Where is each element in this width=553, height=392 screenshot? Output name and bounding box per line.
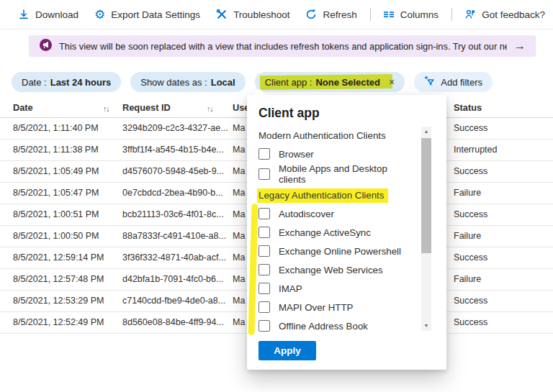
popup-scrollbar[interactable]: ▲ ▼ [421,127,431,331]
troubleshoot-button[interactable]: Troubleshoot [208,0,297,29]
checkbox-label: Exchange ActiveSync [279,227,371,238]
cell-user: Ma [233,269,245,290]
cell-status: Success [454,312,487,333]
checkbox[interactable] [258,227,270,238]
popup-title: Client app [247,95,446,121]
cell-status: Success [454,161,487,182]
tools-icon [216,9,228,20]
checkbox[interactable] [258,283,270,294]
scrollbar-thumb[interactable] [421,138,431,253]
filter-label: Date : [22,77,47,88]
export-data-settings-button[interactable]: ⚙ Export Data Settings [86,0,208,29]
add-filters-button[interactable]: Add filters [414,72,493,92]
cell-user: Ma [233,247,245,268]
checkbox[interactable] [258,301,270,313]
cell-request-id: 0e7cbdcd-2bea-4b90-b... [122,183,223,204]
checkbox[interactable] [258,208,270,219]
gear-icon: ⚙ [94,9,105,21]
cell-date: 8/5/2021, 1:05:47 PM [13,183,99,204]
cell-date: 8/5/2021, 12:53:29 PM [13,291,104,311]
apply-button[interactable]: Apply [258,341,316,360]
checkbox-row-exchange-web-services[interactable]: Exchange Web Services [258,260,415,279]
checkbox[interactable] [258,148,270,160]
download-icon [18,9,30,20]
highlighted-section-text: Legacy Authentication Clients [257,188,388,203]
filter-pill-show-dates[interactable]: Show dates as : Local [130,72,245,92]
checkbox[interactable] [258,320,270,332]
cell-date: 8/5/2021, 12:59:14 PM [13,247,104,268]
client-app-option-list: Modern Authentication Clients Browser Mo… [258,127,415,335]
refresh-label: Refresh [323,9,356,20]
cell-user: Ma [233,118,245,139]
preview-notice-banner[interactable]: This view will be soon replaced with a v… [29,35,536,57]
client-app-filter-popup: Client app Modern Authentication Clients… [247,95,446,370]
cell-status: Success [454,291,487,311]
sort-icon[interactable]: ↑↓ [207,100,213,117]
download-button[interactable]: Download [10,0,86,29]
download-label: Download [35,9,78,20]
checkbox-row-autodiscover[interactable]: Autodiscover [258,204,415,223]
checkbox[interactable] [258,168,270,180]
cell-date: 8/5/2021, 1:00:50 PM [13,226,99,247]
checkbox-row-imap[interactable]: IMAP [258,279,415,298]
close-icon[interactable]: × [389,77,395,87]
filter-label: Show dates as : [140,77,207,88]
cell-request-id: 8d560e08-84be-4ff9-94... [122,312,224,333]
cell-user: Ma [233,312,245,333]
command-bar: Download ⚙ Export Data Settings Troubles… [0,0,553,29]
checkbox-label: Browser [279,149,314,160]
cell-request-id: d4576070-5948-45eb-9... [122,161,224,182]
cell-date: 8/5/2021, 1:00:51 PM [13,204,99,225]
cell-user: Ma [233,204,245,225]
filter-value: None Selected [315,77,380,88]
cell-status: Interrupted [454,140,497,160]
banner-arrow-icon[interactable]: → [514,40,526,53]
cell-date: 8/5/2021, 12:52:49 PM [13,312,104,333]
scroll-down-icon[interactable]: ▼ [421,321,431,331]
scroll-up-icon[interactable]: ▲ [421,127,431,137]
checkbox-label: Mobile Apps and Desktop clients [279,163,415,185]
cell-user: Ma [233,161,245,182]
cell-status: Failure [454,269,481,290]
sort-icon[interactable]: ↑↓ [103,100,109,117]
checkbox-row-offline-address-book[interactable]: Offline Address Book [258,316,415,335]
banner-message: This view will be soon replaced with a v… [59,41,507,52]
filter-pill-date[interactable]: Date : Last 24 hours [12,72,121,92]
cell-request-id: d42bfa1b-7091-4fc0-b6... [122,269,223,290]
add-filters-label: Add filters [441,77,482,88]
checkbox-row-mobile-apps[interactable]: Mobile Apps and Desktop clients [258,164,415,184]
section-label-modern: Modern Authentication Clients [258,127,415,144]
announcement-icon [40,39,52,53]
cell-date: 8/5/2021, 1:11:38 PM [13,140,99,160]
checkbox-label: Offline Address Book [279,321,368,332]
checkbox[interactable] [258,264,270,275]
cell-request-id: 88a7833f-c491-410e-a8... [122,226,226,247]
filter-label: Client app : [265,77,313,88]
troubleshoot-label: Troubleshoot [233,9,289,20]
checkbox-row-exchange-online-powershell[interactable]: Exchange Online Powershell [258,242,415,260]
checkbox-row-browser[interactable]: Browser [258,144,415,164]
cell-status: Success [454,118,487,139]
columns-icon [383,9,395,20]
cell-request-id: bcb21113-03c6-4f01-8c... [122,204,224,225]
checkbox-label: MAPI Over HTTP [279,302,353,313]
refresh-button[interactable]: Refresh [297,0,364,29]
cell-status: Success [454,247,487,268]
checkbox-row-mapi-over-http[interactable]: MAPI Over HTTP [258,298,415,316]
column-header-date[interactable]: Date [13,99,33,117]
got-feedback-button[interactable]: Got feedback? [457,0,553,29]
checkbox-row-exchange-activesync[interactable]: Exchange ActiveSync [258,223,415,242]
cell-date: 8/5/2021, 12:57:48 PM [13,269,104,290]
checkbox-label: Exchange Online Powershell [279,246,401,257]
cell-request-id: 3f36f332-4871-40ab-acf... [122,247,226,268]
filter-pill-client-app[interactable]: Client app : None Selected × [255,72,405,92]
cell-status: Failure [454,226,481,247]
checkbox[interactable] [258,245,270,257]
columns-button[interactable]: Columns [375,0,446,29]
feedback-person-icon [464,9,476,20]
checkbox-label: Exchange Web Services [279,265,383,275]
column-header-status[interactable]: Status [454,99,482,117]
column-header-request-id[interactable]: Request ID [122,99,171,117]
cell-status: Success [454,204,487,225]
cell-request-id: c7140cdd-fbe9-4de0-a8... [122,291,225,311]
